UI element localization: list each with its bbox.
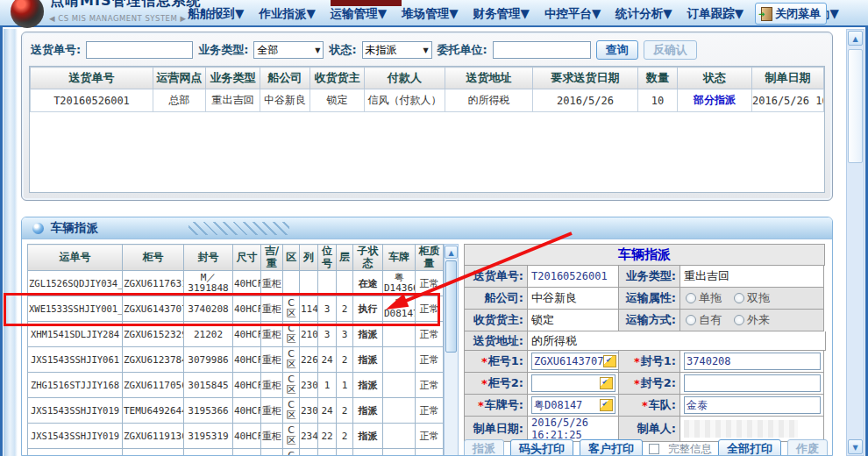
business-type-select[interactable]: 全部 ▼ (253, 41, 324, 59)
close-menu-button[interactable]: 关闭菜单 (755, 3, 827, 25)
seal2-input[interactable] (684, 374, 821, 392)
table-row[interactable]: JXS1543SSHJIY019ZGXU6119130319531940HCF重… (28, 424, 444, 449)
customer-print-button[interactable]: 客户打印 (580, 439, 643, 456)
scroll-down-icon[interactable]: ▼ (848, 439, 863, 454)
app-title: 点晴MIS管理信息系统 (50, 0, 201, 11)
fleet-input[interactable]: 金泰 (684, 396, 821, 414)
doc-maker-value (680, 417, 824, 442)
doc-maker-label: 制单人: (619, 417, 680, 442)
table-row[interactable]: JXS1543SSHJIY061ZGXU6123784307998640HCF重… (28, 347, 444, 373)
full-info-label: 完整信息 (668, 442, 712, 456)
table-row[interactable]: C区 (28, 449, 444, 456)
menu-item-control[interactable]: 中控平台▼ (544, 6, 601, 22)
radio-icon (734, 293, 744, 303)
menu-item-yard[interactable]: 堆场管理▼ (402, 6, 458, 22)
page-scrollbar[interactable]: ▲ ▼ (846, 29, 864, 456)
doc-date-value: 2016/5/26 16:21:25 (528, 417, 619, 442)
col-consignee: 收货货主 (310, 68, 365, 89)
radio-own[interactable]: 自有 (686, 312, 722, 328)
trips-scrollbar[interactable]: ▲ (444, 244, 459, 456)
table-row[interactable]: T20160526001总部重出吉回中谷新良锁定信风（付款人）的所得税2016/… (31, 89, 824, 112)
trips-table-body[interactable]: ZGL1526SQDJIY034_AZGXU6117631M／ 31918484… (28, 271, 444, 456)
scrollbar-thumb[interactable] (848, 49, 863, 163)
picker-icon[interactable] (600, 377, 613, 389)
client-input[interactable] (493, 41, 591, 59)
business-type-field-value: 重出吉回 (680, 266, 824, 288)
menu-item-order-track[interactable]: 订单跟踪▼ (687, 6, 743, 22)
query-button[interactable]: 查询 (596, 40, 638, 60)
trips-scroll-up-icon[interactable]: ▲ (445, 246, 458, 259)
col-status: 状态 (678, 68, 752, 89)
picker-icon[interactable] (603, 355, 616, 367)
transport-mode-options: 自有 外来 (680, 310, 824, 331)
col-doc-date: 制单日期 (752, 68, 824, 89)
status-value: 未指派 (366, 43, 397, 58)
radio-single-tow[interactable]: 单拖 (686, 290, 722, 306)
table-row[interactable]: XWE1533SSHJIY001_AZGXU6143707374020840HC… (28, 296, 444, 322)
plate-label: *车牌号: (465, 395, 528, 417)
full-info-checkbox[interactable] (649, 444, 659, 454)
print-all-button[interactable]: 全部打印 (718, 439, 781, 456)
radio-double-tow[interactable]: 双拖 (734, 290, 770, 306)
plate-input[interactable]: 粤D08147 (531, 396, 615, 414)
seal1-input[interactable]: 3740208 (684, 353, 821, 370)
col-substatus: 子状态 (353, 245, 383, 271)
radio-icon (686, 293, 696, 303)
menu-item-stats[interactable]: 统计分析▼ (615, 6, 672, 22)
client-label: 委托单位: (438, 42, 487, 58)
menu-item-ship-report[interactable]: 船舶报到▼ (188, 6, 244, 22)
container2-input[interactable] (531, 374, 615, 392)
delivery-no-field-label: 送货单号: (465, 266, 528, 288)
void-button: 作废 (787, 439, 828, 456)
fleet-label: *车队: (619, 395, 680, 417)
assign-button: 指派 (464, 439, 504, 456)
main-menu: 船舶报到▼ 作业指派▼ 运输管理▼ 堆场管理▼ 财务管理▼ 中控平台▼ 统计分析… (188, 0, 839, 27)
top-menu-bar: 点晴MIS管理信息系统 ◀ CS MIS MANAGMENT SYSTEM ▶ … (0, 0, 868, 27)
table-row[interactable]: XHM1541SDLJIY284ZGXU61523292120240HCF重柜C… (28, 322, 444, 347)
vehicle-section-header: 车辆指派 (22, 217, 832, 239)
left-panel-stripe (4, 29, 18, 456)
consignee-field-label: 收货货主: (465, 310, 528, 331)
section-bullet-icon (32, 223, 44, 234)
consignee-field-value: 锁定 (528, 310, 619, 331)
col-req-date: 要求送货日期 (533, 68, 638, 89)
vehicle-panel: 车辆指派 运单号 柜号 封号 尺寸 吉/重 区 列 位号 层 (21, 217, 833, 456)
menu-item-job-assign[interactable]: 作业指派▼ (259, 6, 315, 22)
business-type-field-label: 业务类型: (619, 266, 680, 288)
trips-scrollbar-thumb[interactable] (445, 260, 457, 353)
business-type-value: 全部 (257, 43, 278, 58)
unconfirm-button: 反确认 (644, 40, 697, 60)
transport-attr-options: 单拖 双拖 (680, 288, 824, 310)
scroll-up-icon[interactable]: ▲ (848, 31, 863, 46)
app-subtitle: ◀ CS MIS MANAGMENT SYSTEM ▶ (49, 14, 187, 23)
business-type-label: 业务类型: (198, 42, 248, 58)
radio-external[interactable]: 外来 (734, 312, 770, 328)
delivery-no-input[interactable] (86, 41, 193, 59)
col-empty-heavy: 吉/重 (261, 245, 283, 271)
table-row[interactable]: JXS1543SSHJIY019TEMU6492644319536640HCF重… (28, 398, 444, 424)
radio-icon (734, 315, 744, 325)
table-row[interactable]: ZHG1516STJJIY168ZGXU6117056301584540HCF重… (28, 373, 444, 398)
radio-icon (686, 315, 696, 325)
address-field-label: 送货地址: (465, 331, 528, 351)
col-slot: 位号 (318, 245, 337, 271)
picker-icon[interactable] (600, 399, 613, 411)
menu-item-finance[interactable]: 财务管理▼ (473, 6, 530, 22)
container1-field: ZGXU6143707 (528, 351, 619, 373)
table-row[interactable]: ZGL1526SQDJIY034_AZGXU6117631M／ 31918484… (28, 271, 444, 296)
filter-bar: 送货单号: 业务类型: 全部 ▼ 状态: 未指派 ▼ 委托单位: 查询 反确认 (31, 39, 823, 61)
ship-co-field-value: 中谷新良 (528, 288, 619, 310)
trips-header-row: 运单号 柜号 封号 尺寸 吉/重 区 列 位号 层 子状态 车牌 柜质量 (28, 245, 444, 271)
window-left-border (0, 0, 3, 456)
col-branch: 运营网点 (153, 68, 206, 89)
col-tier: 层 (337, 245, 353, 271)
menu-item-transport[interactable]: 运输管理▼ (331, 6, 387, 22)
col-waybill: 运单号 (28, 245, 123, 271)
orders-table-body[interactable]: T20160526001总部重出吉回中谷新良锁定信风（付款人）的所得税2016/… (31, 89, 824, 112)
status-select[interactable]: 未指派 ▼ (362, 41, 432, 59)
seal1-label: *封号1: (619, 351, 680, 373)
orders-header-row: 送货单号 运营网点 业务类型 船公司 收货货主 付款人 送货地址 要求送货日期 … (31, 68, 824, 89)
container1-input[interactable]: ZGXU6143707 (531, 353, 619, 370)
col-qty: 数量 (638, 68, 678, 89)
dock-print-button[interactable]: 码头打印 (510, 439, 573, 456)
